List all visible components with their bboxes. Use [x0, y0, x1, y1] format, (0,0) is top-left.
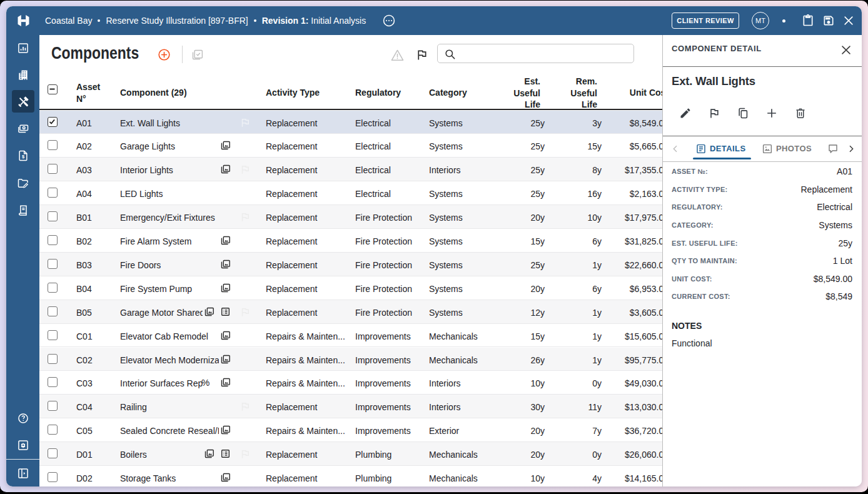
svg-text:$: $ — [22, 154, 25, 159]
